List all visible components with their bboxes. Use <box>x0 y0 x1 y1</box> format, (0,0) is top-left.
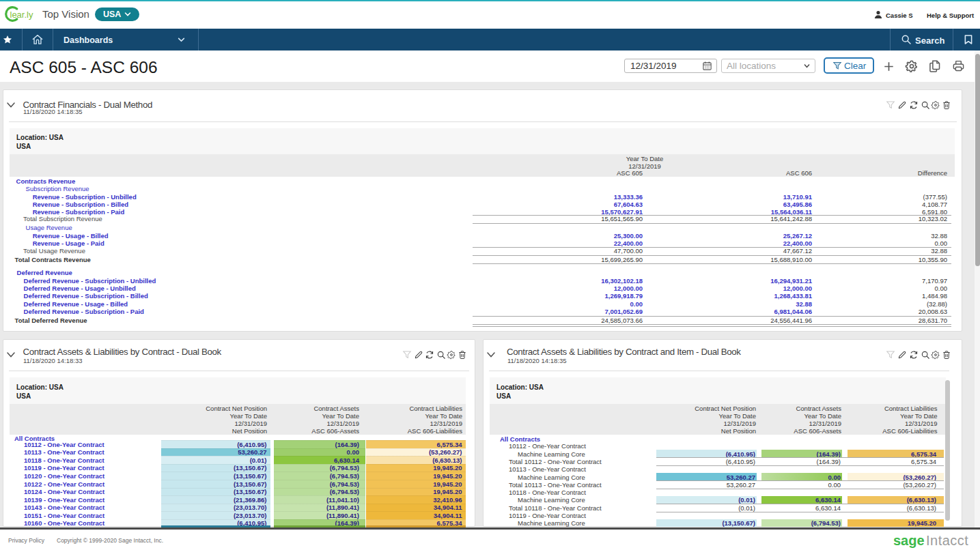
svg-text:lear.ly: lear.ly <box>10 10 33 20</box>
